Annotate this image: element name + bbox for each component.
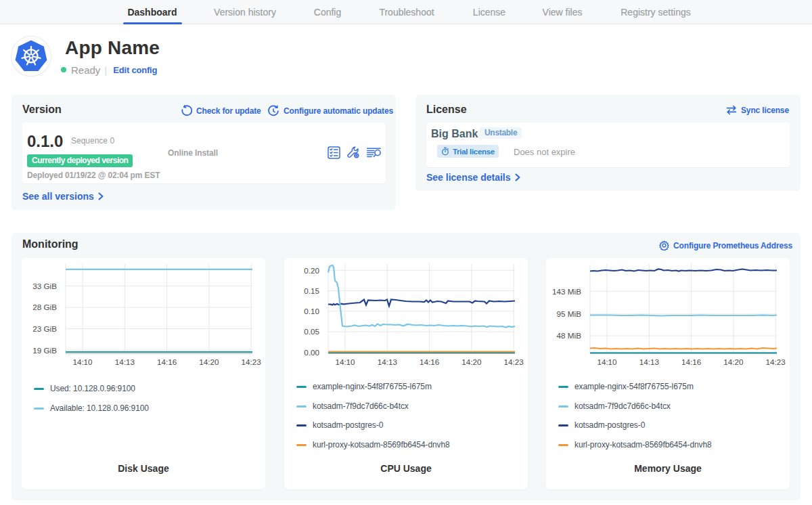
- svg-text:33 GiB: 33 GiB: [32, 282, 57, 290]
- svg-text:23 GiB: 23 GiB: [32, 324, 57, 333]
- svg-text:14:13: 14:13: [115, 357, 135, 366]
- svg-text:14:16: 14:16: [681, 357, 701, 366]
- svg-text:19 GiB: 19 GiB: [32, 346, 57, 355]
- svg-text:0.20: 0.20: [304, 266, 319, 275]
- svg-text:14:23: 14:23: [766, 357, 786, 366]
- svg-text:14:13: 14:13: [378, 357, 397, 366]
- svg-text:48 MiB: 48 MiB: [557, 331, 582, 340]
- svg-text:14:10: 14:10: [335, 357, 355, 366]
- svg-text:14:23: 14:23: [504, 357, 524, 366]
- svg-text:0.10: 0.10: [304, 307, 319, 315]
- svg-text:14:20: 14:20: [199, 357, 219, 366]
- svg-text:0.05: 0.05: [304, 327, 319, 336]
- svg-text:14:10: 14:10: [597, 357, 617, 366]
- svg-text:0.00: 0.00: [304, 348, 319, 357]
- svg-text:14:10: 14:10: [72, 357, 93, 366]
- svg-text:143 MiB: 143 MiB: [552, 287, 581, 296]
- svg-text:14:20: 14:20: [723, 357, 744, 366]
- svg-text:14:16: 14:16: [157, 357, 177, 366]
- svg-text:14:13: 14:13: [639, 357, 659, 366]
- svg-text:28 GiB: 28 GiB: [32, 303, 57, 311]
- svg-text:14:23: 14:23: [242, 357, 261, 366]
- svg-text:0.15: 0.15: [304, 286, 319, 295]
- svg-text:14:16: 14:16: [420, 357, 439, 366]
- svg-text:14:20: 14:20: [461, 357, 482, 366]
- svg-text:95 MiB: 95 MiB: [557, 309, 582, 318]
